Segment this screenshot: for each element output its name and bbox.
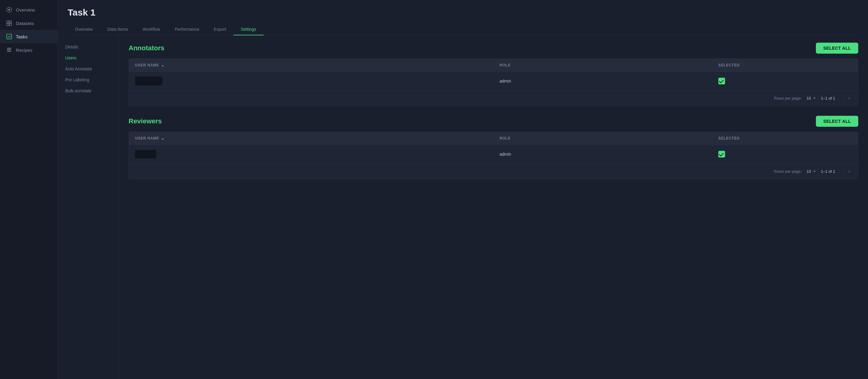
annotators-pagination: Rows per page: 10 25 50 ▼ 1–1 of 1 ‹ [129, 90, 858, 106]
settings-left-nav: Details Users Auto Annotate Pre Labeling… [58, 35, 119, 379]
reviewers-next-button[interactable]: › [847, 167, 852, 175]
reviewer-username-cell [129, 145, 493, 164]
svg-rect-7 [7, 48, 11, 49]
svg-rect-3 [9, 21, 11, 23]
reviewer-role-value: admin [499, 152, 511, 157]
tab-workflow[interactable]: Workflow [135, 24, 167, 35]
leftnav-pre-labeling[interactable]: Pre Labeling [58, 74, 119, 85]
annotators-col-username: USER NAME [129, 59, 493, 72]
annotators-col-role: ROLE [493, 59, 712, 72]
sidebar-item-label: Recipes [16, 48, 32, 53]
reviewer-role-cell: admin [493, 145, 712, 164]
reviewers-pagination-nav: ‹ › [840, 167, 852, 175]
reviewers-section: Reviewers SELECT ALL USER NAME [129, 116, 858, 179]
annotators-rows-select-container: 10 25 50 ▼ [806, 96, 816, 100]
main-content: Task 1 Overview Data Items Workflow Perf… [58, 0, 868, 379]
overview-icon [6, 7, 12, 13]
table-row: admin [129, 72, 858, 91]
annotators-table-container: USER NAME ROLE SELECTED [129, 59, 858, 106]
annotators-pagination-count: 1–1 of 1 [821, 96, 835, 100]
svg-rect-9 [7, 51, 11, 52]
leftnav-bulk-annotate[interactable]: Bulk annotate [58, 85, 119, 96]
reviewers-rows-select-container: 10 25 50 ▼ [806, 169, 816, 173]
recipes-icon [6, 47, 12, 53]
leftnav-auto-annotate[interactable]: Auto Annotate [58, 63, 119, 74]
leftnav-users[interactable]: Users [58, 53, 119, 63]
sidebar-item-overview[interactable]: Overview [0, 3, 58, 17]
sidebar-item-recipes[interactable]: Recipes [0, 43, 58, 57]
chevron-down-icon: ▼ [813, 170, 816, 173]
reviewers-header: Reviewers SELECT ALL [129, 116, 858, 127]
tab-bar: Overview Data Items Workflow Performance… [68, 24, 858, 35]
sidebar: Overview Datasets Tasks [0, 0, 58, 379]
tab-settings[interactable]: Settings [234, 24, 264, 35]
sidebar-item-label: Overview [16, 7, 35, 12]
annotator-checkbox[interactable] [718, 78, 725, 85]
svg-rect-2 [7, 21, 9, 23]
svg-rect-8 [7, 50, 11, 50]
reviewers-col-selected: SELECTED [712, 132, 858, 145]
annotator-selected-cell [712, 72, 858, 91]
sidebar-item-label: Datasets [16, 21, 34, 26]
sidebar-item-label: Tasks [16, 34, 27, 39]
annotator-role-cell: admin [493, 72, 712, 91]
annotators-title: Annotators [129, 44, 164, 52]
content-area: Details Users Auto Annotate Pre Labeling… [58, 35, 868, 379]
tab-data-items[interactable]: Data Items [100, 24, 135, 35]
annotators-rows-per-page-label: Rows per page: [774, 96, 802, 100]
sidebar-item-tasks[interactable]: Tasks [0, 30, 58, 43]
annotators-select-all-button[interactable]: SELECT ALL [816, 43, 858, 54]
tab-performance[interactable]: Performance [167, 24, 206, 35]
reviewers-pagination: Rows per page: 10 25 50 ▼ 1–1 of 1 ‹ [129, 163, 858, 179]
page-title: Task 1 [68, 7, 858, 18]
reviewers-rows-per-page-label: Rows per page: [774, 169, 802, 173]
annotators-pagination-nav: ‹ › [840, 94, 852, 102]
reviewers-table-container: USER NAME ROLE SELECTED [129, 132, 858, 179]
page-header: Task 1 Overview Data Items Workflow Perf… [58, 0, 868, 35]
datasets-icon [6, 20, 12, 26]
sidebar-item-datasets[interactable]: Datasets [0, 17, 58, 30]
leftnav-details[interactable]: Details [58, 41, 119, 53]
table-row: admin [129, 145, 858, 164]
reviewers-pagination-count: 1–1 of 1 [821, 169, 835, 173]
chevron-down-icon: ▼ [813, 97, 816, 100]
svg-rect-4 [7, 24, 9, 26]
annotators-section: Annotators SELECT ALL USER NAME [129, 43, 858, 106]
reviewers-col-username: USER NAME [129, 132, 493, 145]
annotator-username-block [135, 77, 162, 85]
reviewer-username-sort-icon[interactable] [161, 138, 164, 139]
reviewers-rows-per-page-select[interactable]: 10 25 50 [806, 169, 811, 173]
annotators-rows-per-page-select[interactable]: 10 25 50 [806, 96, 811, 100]
annotators-prev-button[interactable]: ‹ [840, 94, 845, 102]
reviewers-table: USER NAME ROLE SELECTED [129, 132, 858, 163]
reviewers-title: Reviewers [129, 117, 162, 125]
tasks-icon [6, 33, 12, 40]
reviewer-username-block [135, 150, 156, 158]
reviewer-selected-cell [712, 145, 858, 164]
users-content: Annotators SELECT ALL USER NAME [119, 35, 868, 379]
reviewers-prev-button[interactable]: ‹ [840, 167, 845, 175]
annotators-header: Annotators SELECT ALL [129, 43, 858, 54]
svg-rect-5 [9, 24, 11, 26]
annotators-next-button[interactable]: › [847, 94, 852, 102]
annotator-username-cell [129, 72, 493, 91]
annotators-col-selected: SELECTED [712, 59, 858, 72]
username-sort-icon[interactable] [161, 65, 164, 66]
tab-overview[interactable]: Overview [68, 24, 100, 35]
reviewers-select-all-button[interactable]: SELECT ALL [816, 116, 858, 127]
svg-point-1 [8, 9, 10, 11]
svg-rect-6 [7, 34, 11, 39]
annotators-table: USER NAME ROLE SELECTED [129, 59, 858, 90]
reviewers-col-role: ROLE [493, 132, 712, 145]
tab-export[interactable]: Export [207, 24, 234, 35]
annotator-role-value: admin [499, 78, 511, 84]
reviewer-checkbox[interactable] [718, 151, 725, 158]
